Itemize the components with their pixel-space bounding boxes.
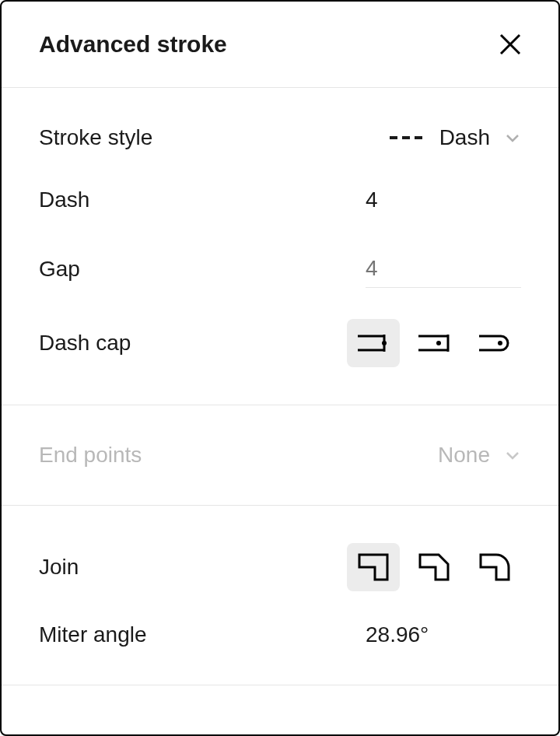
join-miter-button[interactable]	[347, 543, 400, 591]
panel-title: Advanced stroke	[39, 31, 227, 58]
join-round-icon	[478, 552, 512, 583]
stroke-style-label: Stroke style	[39, 125, 152, 150]
svg-point-10	[498, 341, 502, 345]
svg-point-5	[382, 341, 387, 345]
dash-cap-round-button[interactable]	[468, 319, 521, 367]
dash-row: Dash	[2, 166, 558, 234]
join-options	[347, 543, 521, 591]
join-section: Join Miter angle 28.96°	[2, 506, 558, 685]
gap-row: Gap	[2, 234, 558, 303]
chevron-down-icon	[504, 129, 521, 146]
stroke-style-value: Dash	[439, 125, 490, 150]
close-button[interactable]	[498, 32, 523, 57]
gap-input[interactable]	[366, 250, 521, 288]
cap-square-icon	[417, 331, 451, 355]
dash-cap-square-button[interactable]	[408, 319, 460, 367]
dash-preview-icon	[390, 136, 422, 139]
dash-cap-options	[347, 319, 521, 367]
end-points-row: End points None	[2, 427, 558, 483]
stroke-section: Stroke style Dash Dash Gap Dash c	[2, 88, 558, 405]
cap-round-icon	[478, 331, 512, 355]
dash-input[interactable]	[366, 181, 521, 219]
miter-angle-value[interactable]: 28.96°	[366, 622, 521, 647]
join-label: Join	[39, 555, 79, 580]
end-points-select[interactable]: None	[438, 443, 521, 468]
end-points-value: None	[438, 443, 490, 468]
dash-cap-none-button[interactable]	[347, 319, 400, 367]
miter-angle-label: Miter angle	[39, 622, 147, 647]
join-row: Join	[2, 527, 558, 607]
miter-angle-row: Miter angle 28.96°	[2, 607, 558, 663]
end-points-label: End points	[39, 443, 142, 468]
panel-header: Advanced stroke	[2, 2, 558, 88]
dash-cap-label: Dash cap	[39, 331, 131, 356]
cap-none-icon	[356, 331, 390, 355]
stroke-style-row: Stroke style Dash	[2, 110, 558, 166]
end-points-section: End points None	[2, 405, 558, 506]
stroke-style-select[interactable]: Dash	[390, 125, 521, 150]
join-round-button[interactable]	[468, 543, 521, 591]
svg-point-9	[436, 341, 441, 345]
gap-label: Gap	[39, 257, 80, 282]
dash-label: Dash	[39, 188, 89, 212]
join-miter-icon	[356, 552, 390, 583]
join-bevel-icon	[417, 552, 451, 583]
chevron-down-icon	[504, 447, 521, 464]
dash-cap-row: Dash cap	[2, 303, 558, 383]
close-icon	[498, 32, 523, 57]
join-bevel-button[interactable]	[408, 543, 460, 591]
